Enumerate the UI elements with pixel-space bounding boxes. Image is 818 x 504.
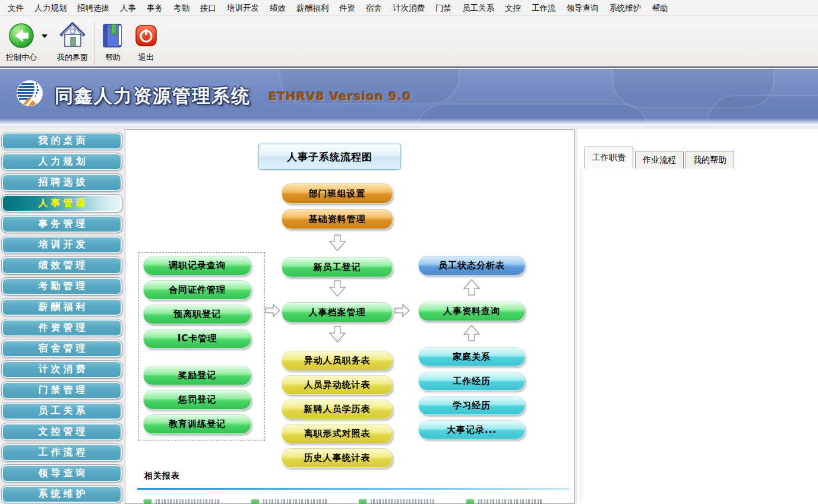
menu-item-6[interactable]: 接口 (195, 0, 222, 15)
flow-query-button[interactable]: 人事资料查询 (418, 302, 525, 321)
home-icon (58, 21, 87, 50)
flow-left-button-3[interactable]: IC卡管理 (143, 329, 251, 348)
menu-item-15[interactable]: 文控 (500, 0, 526, 15)
exit-button[interactable]: 退出 (134, 20, 159, 63)
right-panel: 工作职责作业流程我的帮助 (577, 129, 818, 504)
back-icon (8, 21, 35, 50)
related-report-link-2[interactable] (358, 499, 435, 504)
flow-setup-button-1[interactable]: 基础资料管理 (282, 209, 393, 229)
sidebar-item-17[interactable]: 系统维护 (1, 485, 122, 503)
my-interface-button[interactable]: 我的界面 (57, 20, 88, 63)
sidebar-item-6[interactable]: 绩效管理 (1, 256, 122, 275)
exit-icon (134, 21, 159, 50)
my-interface-label: 我的界面 (57, 52, 88, 63)
menu-item-19[interactable]: 帮助 (647, 0, 674, 15)
sidebar-item-13[interactable]: 员工关系 (1, 402, 122, 420)
sidebar-item-15[interactable]: 工作流程 (1, 443, 122, 462)
flowchart-right-column: 员工状态分析表人事资料查询家庭关系工作经历学习经历大事记录... (418, 256, 525, 445)
menu-item-14[interactable]: 员工关系 (457, 0, 500, 15)
flow-report-button-2[interactable]: 新聘人员学历表 (282, 400, 393, 419)
control-center-label: 控制中心 (6, 52, 37, 63)
sidebar-item-10[interactable]: 宿舍管理 (1, 340, 122, 358)
menu-item-9[interactable]: 薪酬福利 (291, 0, 334, 15)
sidebar-item-12[interactable]: 门禁管理 (1, 381, 122, 400)
help-label: 帮助 (105, 52, 121, 63)
menu-item-13[interactable]: 门禁 (430, 0, 457, 15)
help-button[interactable]: 帮助 (100, 20, 125, 63)
sidebar-item-2[interactable]: 招聘选拔 (1, 173, 122, 192)
sidebar-item-7[interactable]: 考勤管理 (1, 277, 122, 296)
flow-left-button-5[interactable]: 惩罚登记 (143, 390, 251, 410)
banner-fade (0, 118, 818, 128)
arrow-up-icon (463, 279, 481, 298)
sidebar-item-14[interactable]: 文控管理 (1, 423, 122, 441)
app-window: 文件人力规划招聘选拔人事事务考勤接口培训开发绩效薪酬福利件资宿舍计次消费门禁员工… (0, 0, 818, 504)
tab-2[interactable]: 我的帮助 (686, 151, 734, 169)
menu-item-3[interactable]: 人事 (115, 0, 141, 15)
flow-detail-button-2[interactable]: 学习经历 (418, 396, 525, 415)
sidebar-item-9[interactable]: 件资管理 (1, 319, 122, 337)
flow-setup-button-0[interactable]: 部门班组设置 (282, 183, 393, 204)
flow-left-button-4[interactable]: 奖励登记 (143, 366, 251, 385)
menu-item-2[interactable]: 招聘选拔 (72, 0, 115, 15)
menu-item-12[interactable]: 计次消费 (387, 0, 430, 15)
menu-item-7[interactable]: 培训开发 (222, 0, 264, 15)
sidebar-item-1[interactable]: 人力规划 (1, 153, 122, 171)
menu-item-5[interactable]: 考勤 (168, 0, 195, 15)
report-link-label (263, 499, 327, 504)
tab-0[interactable]: 工作职责 (585, 147, 633, 169)
flow-analysis-button[interactable]: 员工状态分析表 (418, 256, 525, 275)
toolbar: 控制中心 我的界面 (0, 17, 818, 68)
flow-report-button-4[interactable]: 历史人事统计表 (282, 448, 393, 468)
sidebar-item-5[interactable]: 培训开发 (1, 236, 122, 254)
sidebar-item-11[interactable]: 计次消费 (1, 360, 122, 379)
menu-item-0[interactable]: 文件 (2, 0, 29, 15)
menu-item-4[interactable]: 事务 (141, 0, 168, 15)
sidebar-item-0[interactable]: 我的桌面 (1, 132, 122, 150)
flow-left-button-2[interactable]: 预离职登记 (143, 305, 251, 324)
related-reports-links (143, 499, 570, 504)
menu-bar: 文件人力规划招聘选拔人事事务考勤接口培训开发绩效薪酬福利件资宿舍计次消费门禁员工… (0, 0, 818, 16)
menu-item-18[interactable]: 系统维护 (604, 0, 647, 15)
sidebar-item-4[interactable]: 事务管理 (1, 215, 122, 233)
flowchart-panel: 人事子系统流程图 部门班组设置基础资料管理 调职记录查询合同证件管理预离职登记I… (125, 129, 575, 504)
arrow-down-icon (329, 234, 346, 253)
flow-left-button-1[interactable]: 合同证件管理 (143, 280, 251, 300)
flow-report-button-0[interactable]: 异动人员职务表 (282, 351, 393, 370)
flow-center-button-0[interactable]: 新员工登记 (282, 257, 393, 277)
right-panel-tabs: 工作职责作业流程我的帮助 (585, 146, 736, 169)
menu-item-16[interactable]: 工作流 (526, 0, 561, 15)
sidebar-item-16[interactable]: 领导查询 (1, 464, 122, 483)
flow-detail-button-3[interactable]: 大事记录... (418, 420, 525, 439)
menu-item-17[interactable]: 领导查询 (561, 0, 604, 15)
related-report-link-3[interactable] (466, 499, 542, 504)
menu-item-10[interactable]: 件资 (334, 0, 361, 15)
tab-1[interactable]: 作业流程 (635, 151, 684, 169)
related-report-link-0[interactable] (143, 499, 220, 504)
flow-report-button-3[interactable]: 离职形式对照表 (282, 424, 393, 443)
menu-item-8[interactable]: 绩效 (264, 0, 291, 15)
flowchart-center-column: 新员工登记人事档案管理异动人员职务表人员异动统计表新聘人员学历表离职形式对照表历… (282, 257, 393, 473)
banner-version: ETHRV8 Version 9.0 (269, 89, 412, 103)
report-link-label (478, 499, 542, 504)
flow-report-button-1[interactable]: 人员异动统计表 (282, 375, 393, 395)
report-icon (466, 499, 475, 504)
flow-detail-button-0[interactable]: 家庭关系 (418, 347, 525, 366)
flowchart-title-button[interactable]: 人事子系统流程图 (258, 144, 401, 170)
toolbar-separator (94, 21, 94, 65)
menu-item-1[interactable]: 人力规划 (29, 0, 72, 15)
related-report-link-1[interactable] (251, 499, 327, 504)
help-book-icon (100, 21, 125, 50)
flowchart-left-column: 调职记录查询合同证件管理预离职登记IC卡管理奖励登记惩罚登记教育训练登记 (143, 256, 251, 439)
control-center-button[interactable]: 控制中心 (6, 20, 37, 63)
related-reports-heading: 相关报表 (144, 471, 180, 481)
flow-center-button-1[interactable]: 人事档案管理 (282, 302, 393, 322)
flow-left-button-0[interactable]: 调职记录查询 (143, 256, 251, 275)
flow-detail-button-1[interactable]: 工作经历 (418, 372, 525, 391)
banner: 同鑫人力资源管理系统 ETHRV8 Version 9.0 (0, 69, 818, 128)
menu-item-11[interactable]: 宿舍 (361, 0, 387, 15)
sidebar-item-3[interactable]: 人事管理 (1, 194, 122, 213)
flow-left-button-6[interactable]: 教育训练登记 (143, 414, 251, 434)
sidebar-item-8[interactable]: 薪酬福利 (1, 298, 122, 316)
control-center-dropdown-arrow[interactable] (37, 20, 52, 53)
